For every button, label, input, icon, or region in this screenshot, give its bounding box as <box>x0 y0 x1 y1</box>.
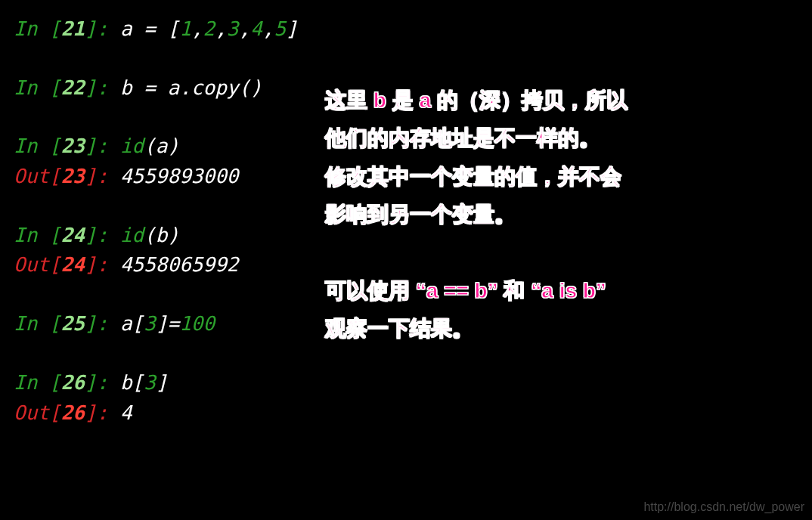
builtin-function: id <box>120 224 144 246</box>
number-literal: 4 <box>250 17 262 40</box>
prompt-number: 26 <box>61 371 85 394</box>
out-prompt: Out[ <box>14 253 61 276</box>
annotation-line: 可以使用 “a == b” 和 “a is b” <box>325 272 794 310</box>
in-prompt: In [ <box>14 312 61 335</box>
code: a[ <box>120 312 144 335</box>
annotation-text: 这里 b 是 a 的（深）拷贝，所以 他们的内存地址是不一样的。 修改其中一个变… <box>325 82 794 348</box>
comma: , <box>215 17 227 40</box>
in-prompt: In [ <box>14 371 61 394</box>
annotation-line: 这里 b 是 a 的（深）拷贝，所以 <box>325 82 794 119</box>
code: ]= <box>156 312 179 335</box>
arguments: (a) <box>144 135 179 157</box>
number-literal: 2 <box>203 17 215 40</box>
in-prompt: In [ <box>14 76 61 99</box>
out-prompt: Out[ <box>14 165 61 187</box>
watermark: http://blog.csdn.net/dw_power <box>643 500 804 514</box>
in-prompt-suffix: ]: <box>85 224 120 246</box>
out-number: 26 <box>61 401 85 424</box>
code: ] <box>286 17 298 40</box>
in-prompt: In [ <box>14 17 61 40</box>
arguments: (b) <box>144 224 179 246</box>
in-prompt-suffix: ]: <box>85 135 120 157</box>
annotation-line: 观察一下结果。 <box>325 310 794 348</box>
in-prompt: In [ <box>14 135 61 157</box>
out-prompt-suffix: ]: <box>85 253 120 276</box>
builtin-function: id <box>120 135 144 157</box>
code: b[ <box>120 371 144 394</box>
code: b = a.copy() <box>120 76 262 99</box>
code: a = [ <box>120 17 179 40</box>
code-cell-26[interactable]: In [26]: b[3] <box>14 369 798 398</box>
in-prompt-suffix: ]: <box>85 17 120 40</box>
number-literal: 3 <box>144 371 156 394</box>
output-value: 4558065992 <box>120 253 239 276</box>
out-number: 23 <box>61 165 85 187</box>
prompt-number: 22 <box>61 76 85 99</box>
number-literal: 3 <box>144 312 156 335</box>
prompt-number: 25 <box>61 312 85 335</box>
in-prompt-suffix: ]: <box>85 312 120 335</box>
number-literal: 5 <box>274 17 286 40</box>
out-prompt: Out[ <box>14 401 61 424</box>
code-cell-21[interactable]: In [21]: a = [1,2,3,4,5] <box>14 15 798 44</box>
prompt-number: 23 <box>61 135 85 157</box>
output-cell-26: Out[26]: 4 <box>14 399 798 428</box>
annotation-line: 修改其中一个变量的值，并不会 <box>325 158 794 196</box>
out-number: 24 <box>61 253 85 276</box>
comma: , <box>191 17 203 40</box>
number-literal: 100 <box>179 312 215 335</box>
code: ] <box>156 371 168 394</box>
in-prompt-suffix: ]: <box>85 76 120 99</box>
output-value: 4559893000 <box>120 165 239 187</box>
comma: , <box>238 17 250 40</box>
annotation-line: 他们的内存地址是不一样的。 <box>325 119 794 157</box>
number-literal: 3 <box>227 17 239 40</box>
prompt-number: 24 <box>61 224 85 246</box>
in-prompt-suffix: ]: <box>85 371 120 394</box>
number-literal: 1 <box>179 17 191 40</box>
output-value: 4 <box>120 401 132 424</box>
out-prompt-suffix: ]: <box>85 401 120 424</box>
in-prompt: In [ <box>14 224 61 246</box>
annotation-line: 影响到另一个变量。 <box>325 196 794 234</box>
comma: , <box>262 17 274 40</box>
out-prompt-suffix: ]: <box>85 165 120 187</box>
prompt-number: 21 <box>61 17 85 40</box>
